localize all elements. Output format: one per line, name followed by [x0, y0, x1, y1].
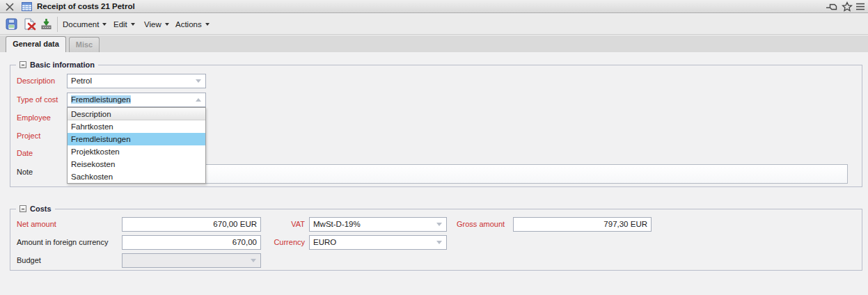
net-amount-field[interactable]: 670,00 EUR: [122, 217, 261, 232]
menu-view[interactable]: View: [144, 14, 169, 35]
window-menu-icon[interactable]: [855, 1, 865, 12]
currency-field[interactable]: EURO: [309, 235, 447, 250]
chevron-down-icon: [102, 23, 106, 26]
tab-bar: General data Misc: [0, 35, 868, 52]
description-field[interactable]: Petrol: [67, 74, 206, 88]
project-label: Project: [17, 129, 40, 143]
chevron-down-icon: [131, 23, 135, 26]
dropdown-option-header[interactable]: Description: [68, 108, 205, 120]
net-amount-label: Net amount: [17, 217, 56, 232]
type-of-cost-label: Type of cost: [17, 93, 58, 107]
chevron-down-icon[interactable]: [251, 259, 256, 262]
save-icon[interactable]: [6, 18, 18, 31]
budget-label: Budget: [17, 253, 41, 268]
foreign-amount-label: Amount in foreign currency: [17, 235, 108, 250]
foreign-amount-field[interactable]: 670,00: [122, 235, 261, 250]
employee-label: Employee: [17, 111, 51, 125]
basic-information-legend: Basic information: [16, 60, 98, 70]
chevron-down-icon[interactable]: [436, 223, 442, 226]
menu-edit[interactable]: Edit: [113, 14, 135, 35]
menu-document[interactable]: Document: [63, 14, 106, 35]
toolbar: Document Edit View Actions: [0, 14, 868, 35]
chevron-down-icon: [205, 23, 210, 26]
tab-general-data[interactable]: General data: [6, 36, 66, 52]
dropdown-option[interactable]: Projektkosten: [68, 145, 205, 158]
description-label: Description: [17, 74, 55, 88]
costs-legend: Costs: [16, 204, 55, 214]
gross-amount-field[interactable]: 797,30 EUR: [513, 217, 652, 232]
receipt-document-icon: [22, 2, 32, 11]
collapse-icon[interactable]: [19, 61, 26, 68]
chevron-down-icon[interactable]: [436, 241, 442, 244]
budget-field[interactable]: [122, 253, 261, 268]
vat-field[interactable]: MwSt-D-19%: [309, 217, 447, 232]
chevron-up-icon[interactable]: [196, 98, 201, 102]
menu-actions[interactable]: Actions: [175, 14, 210, 35]
tab-misc[interactable]: Misc: [69, 37, 100, 52]
dropdown-option[interactable]: Reisekosten: [68, 158, 205, 170]
chevron-down-icon: [165, 23, 169, 26]
chevron-down-icon[interactable]: [196, 79, 201, 83]
toolbar-separator: [57, 17, 58, 32]
close-icon[interactable]: [5, 2, 15, 12]
type-of-cost-dropdown: Description Fahrtkosten Fremdleistungen …: [67, 107, 206, 184]
favorite-star-icon[interactable]: [842, 1, 853, 12]
collapse-icon[interactable]: [19, 205, 26, 212]
type-of-cost-field[interactable]: Fremdleistungen: [67, 93, 206, 107]
import-icon[interactable]: [40, 18, 53, 31]
window-title: Receipt of costs 21 Petrol: [37, 2, 135, 10]
currency-label: Currency: [265, 235, 305, 250]
discard-document-icon[interactable]: [24, 18, 36, 31]
window-titlebar: Receipt of costs 21 Petrol: [0, 0, 868, 13]
dropdown-option[interactable]: Sachkosten: [68, 170, 205, 183]
vat-label: VAT: [265, 217, 305, 232]
pin-icon[interactable]: [826, 1, 838, 12]
note-label: Note: [17, 165, 33, 180]
dropdown-option[interactable]: Fahrtkosten: [68, 120, 205, 133]
date-label: Date: [17, 146, 33, 161]
general-data-panel: Basic information Description Petrol Typ…: [0, 52, 868, 295]
dropdown-option-selected[interactable]: Fremdleistungen: [68, 133, 205, 145]
gross-amount-label: Gross amount: [457, 217, 505, 232]
